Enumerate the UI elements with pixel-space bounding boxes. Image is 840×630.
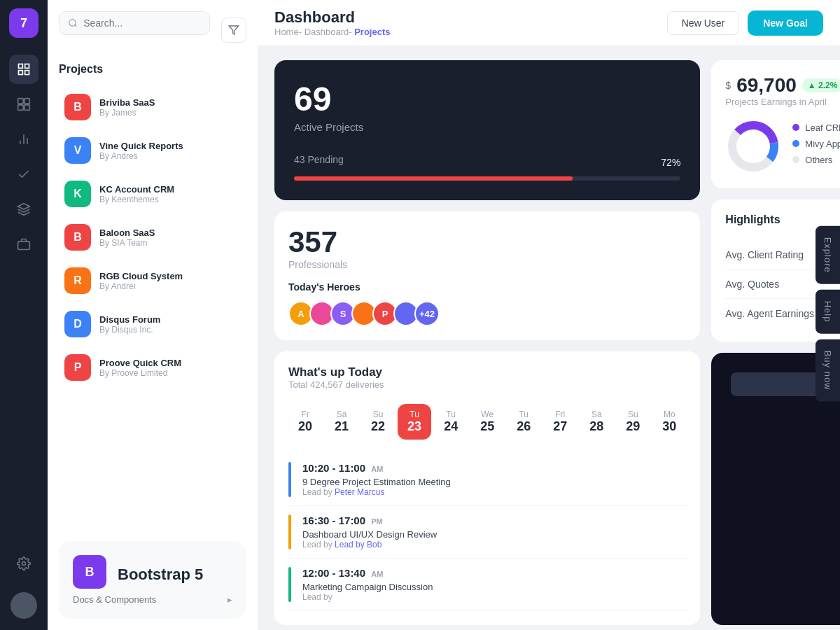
professionals-label: Professionals	[288, 259, 686, 270]
calendar-day[interactable]: Mo30	[652, 404, 686, 440]
main-content: Dashboard Home- Dashboard- Projects New …	[258, 0, 840, 630]
project-by: By Andres	[99, 151, 241, 161]
project-name: Vine Quick Reports	[99, 141, 241, 151]
day-name: We	[480, 410, 494, 419]
filter-button[interactable]	[221, 18, 246, 43]
svg-rect-7	[24, 105, 30, 111]
project-icon: P	[64, 354, 91, 381]
earnings-card: $ 69,700 ▲ 2.2% Projects Earnings in Apr…	[711, 60, 840, 188]
bottom-avatar[interactable]	[10, 592, 37, 619]
project-item[interactable]: D Disqus Forum By Disqus Inc.	[59, 304, 246, 344]
project-name: Disqus Forum	[99, 314, 241, 325]
new-user-button[interactable]: New User	[667, 11, 739, 35]
user-avatar[interactable]: 7	[9, 8, 38, 38]
event-lead-link[interactable]: Peter Marcus	[335, 487, 384, 497]
event-lead: Lead by	[302, 592, 433, 602]
project-item[interactable]: R RGB Cloud System By Andrei	[59, 260, 246, 301]
calendar-day[interactable]: Sa21	[325, 404, 358, 440]
nav-icon-dashboard[interactable]	[9, 90, 38, 119]
event-ampm: PM	[371, 517, 383, 526]
day-num: 21	[335, 419, 349, 434]
svg-rect-6	[18, 105, 24, 111]
project-item[interactable]: B Baloon SaaS By SIA Team	[59, 217, 246, 258]
day-name: Fr	[298, 410, 312, 419]
day-name: Tu	[517, 410, 531, 419]
svg-rect-1	[25, 64, 29, 69]
day-name: Sa	[335, 410, 349, 419]
project-item[interactable]: P Proove Quick CRM By Proove Limited	[59, 347, 246, 388]
event-item: 16:30 - 17:00 PM Dashboard UI/UX Design …	[288, 506, 686, 559]
projects-section-title: Projects	[59, 63, 246, 76]
earnings-subtitle: Projects Earnings in April	[725, 97, 840, 107]
progress-bar-bg	[294, 176, 680, 181]
nav-icon-settings[interactable]	[9, 549, 38, 578]
calendar-day[interactable]: Sa28	[580, 404, 613, 440]
svg-rect-5	[24, 99, 30, 104]
calendar-day[interactable]: Tu26	[507, 404, 540, 440]
events-list: 10:20 - 11:00 AM 9 Degree Project Estima…	[288, 454, 686, 611]
nav-icon-briefcase[interactable]	[9, 230, 38, 259]
calendar-day[interactable]: Su22	[361, 404, 395, 440]
breadcrumb: Home- Dashboard- Projects	[274, 27, 659, 37]
event-lead-link[interactable]: Lead by Bob	[335, 540, 382, 550]
day-num: 20	[298, 419, 312, 434]
nav-icon-check[interactable]	[9, 160, 38, 189]
legend-label: Others	[805, 155, 840, 165]
day-num: 23	[407, 419, 421, 434]
event-name: 9 Degree Project Estimation Meeting	[302, 477, 451, 487]
day-name: Fri	[553, 410, 567, 419]
content-grid: 69 Active Projects 43 Pending 72% 357 Pr…	[258, 46, 840, 630]
project-by: By Proove Limited	[99, 368, 241, 378]
project-info: Vine Quick Reports By Andres	[99, 141, 241, 161]
day-name: Tu	[407, 410, 421, 419]
legend-label: Mivy App	[805, 139, 840, 149]
help-tab[interactable]: Help	[816, 290, 840, 334]
nav-icon-bar-chart[interactable]	[9, 125, 38, 154]
project-icon: R	[64, 267, 91, 294]
calendar-day[interactable]: Fr20	[288, 404, 322, 440]
svg-point-13	[22, 562, 26, 566]
nav-icon-layers[interactable]	[9, 195, 38, 224]
project-info: Disqus Forum By Disqus Inc.	[99, 314, 241, 335]
project-item[interactable]: B Briviba SaaS By James	[59, 87, 246, 127]
project-item[interactable]: V Vine Quick Reports By Andres	[59, 130, 246, 171]
nav-icon-grid[interactable]	[9, 55, 38, 84]
heroes-label: Today's Heroes	[288, 281, 686, 293]
calendar-day[interactable]: Tu23	[398, 404, 431, 440]
left-navigation: 7	[0, 0, 48, 630]
earnings-legend: Leaf CRM $7,660 Mivy App $2,820 Others $…	[792, 122, 840, 171]
calendar-day[interactable]: Su29	[616, 404, 650, 440]
project-by: By Keenthemes	[99, 195, 241, 204]
search-icon	[68, 18, 78, 29]
professionals-card: 357 Professionals Today's Heroes ASP+42	[274, 211, 700, 340]
day-name: Tu	[444, 410, 458, 419]
svg-rect-4	[18, 99, 24, 104]
bootstrap-title: Bootstrap 5	[118, 566, 203, 584]
new-goal-button[interactable]: New Goal	[748, 10, 823, 36]
progress-bar-fill	[294, 176, 573, 181]
svg-marker-16	[229, 26, 238, 34]
project-icon: K	[64, 181, 91, 207]
page-title: Dashboard	[274, 8, 659, 27]
project-by: By Andrei	[99, 281, 241, 291]
project-info: Briviba SaaS By James	[99, 97, 241, 118]
calendar-day[interactable]: Fri27	[543, 404, 577, 440]
legend-item: Leaf CRM $7,660	[792, 122, 840, 133]
legend-dot	[792, 124, 799, 131]
earnings-amount-row: $ 69,700 ▲ 2.2%	[725, 74, 840, 97]
calendar-day[interactable]: Tu24	[434, 404, 468, 440]
project-name: Baloon SaaS	[99, 227, 241, 238]
search-input[interactable]	[83, 18, 201, 29]
event-item: 10:20 - 11:00 AM 9 Degree Project Estima…	[288, 454, 686, 506]
explore-tab[interactable]: Explore	[816, 226, 840, 284]
project-item[interactable]: K KC Account CRM By Keenthemes	[59, 174, 246, 214]
buy-now-tab[interactable]: Buy now	[816, 339, 840, 401]
calendar-day[interactable]: We25	[470, 404, 504, 440]
calendar-subtitle: Total 424,567 deliveries	[288, 379, 686, 390]
event-name: Dashboard UI/UX Design Review	[302, 529, 437, 540]
day-num: 30	[662, 419, 676, 434]
project-info: KC Account CRM By Keenthemes	[99, 184, 241, 204]
legend-dot	[792, 140, 799, 147]
event-details: 16:30 - 17:00 PM Dashboard UI/UX Design …	[302, 514, 437, 550]
bootstrap-sub: Docs & Components ▸	[73, 594, 232, 605]
